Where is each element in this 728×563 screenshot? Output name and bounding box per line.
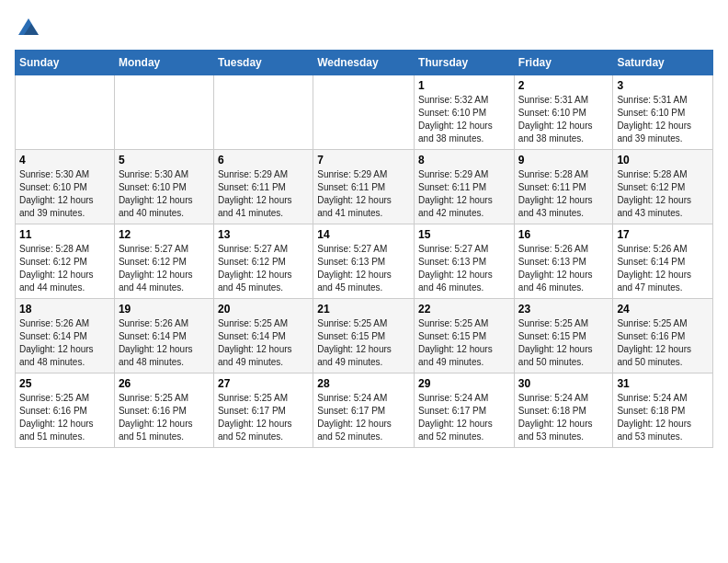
- day-info: Sunrise: 5:27 AMSunset: 6:12 PMDaylight:…: [218, 243, 309, 294]
- calendar-header-row: SundayMondayTuesdayWednesdayThursdayFrid…: [16, 51, 713, 75]
- day-cell: 5Sunrise: 5:30 AMSunset: 6:10 PMDaylight…: [114, 150, 213, 224]
- day-info: Sunrise: 5:29 AMSunset: 6:11 PMDaylight:…: [218, 168, 309, 220]
- day-info: Sunrise: 5:26 AMSunset: 6:14 PMDaylight:…: [617, 243, 709, 294]
- day-info: Sunrise: 5:27 AMSunset: 6:13 PMDaylight:…: [317, 243, 410, 294]
- day-info: Sunrise: 5:28 AMSunset: 6:11 PMDaylight:…: [518, 168, 609, 220]
- day-info: Sunrise: 5:32 AMSunset: 6:10 PMDaylight:…: [418, 94, 510, 145]
- day-info: Sunrise: 5:24 AMSunset: 6:18 PMDaylight:…: [518, 392, 609, 443]
- day-number: 28: [317, 377, 410, 390]
- week-row-3: 11Sunrise: 5:28 AMSunset: 6:12 PMDayligh…: [16, 224, 713, 299]
- day-cell: 6Sunrise: 5:29 AMSunset: 6:11 PMDaylight…: [213, 150, 313, 224]
- day-cell: 1Sunrise: 5:32 AMSunset: 6:10 PMDaylight…: [415, 75, 515, 150]
- header-saturday: Saturday: [613, 51, 713, 75]
- day-cell: 26Sunrise: 5:25 AMSunset: 6:16 PMDayligh…: [114, 373, 213, 448]
- day-info: Sunrise: 5:27 AMSunset: 6:13 PMDaylight:…: [418, 243, 510, 294]
- day-info: Sunrise: 5:24 AMSunset: 6:17 PMDaylight:…: [317, 392, 410, 443]
- day-info: Sunrise: 5:25 AMSunset: 6:14 PMDaylight:…: [218, 317, 309, 369]
- day-number: 7: [317, 154, 410, 167]
- day-info: Sunrise: 5:24 AMSunset: 6:17 PMDaylight:…: [418, 392, 510, 443]
- day-number: 22: [418, 303, 510, 316]
- day-cell: 13Sunrise: 5:27 AMSunset: 6:12 PMDayligh…: [213, 224, 313, 299]
- header-friday: Friday: [514, 51, 613, 75]
- day-cell: 20Sunrise: 5:25 AMSunset: 6:14 PMDayligh…: [213, 299, 313, 373]
- day-number: 1: [418, 79, 510, 92]
- day-info: Sunrise: 5:30 AMSunset: 6:10 PMDaylight:…: [119, 168, 210, 220]
- day-number: 2: [518, 79, 609, 92]
- day-info: Sunrise: 5:25 AMSunset: 6:15 PMDaylight:…: [518, 317, 609, 369]
- week-row-4: 18Sunrise: 5:26 AMSunset: 6:14 PMDayligh…: [16, 299, 713, 373]
- day-cell: [313, 75, 415, 150]
- day-info: Sunrise: 5:25 AMSunset: 6:16 PMDaylight:…: [119, 392, 210, 443]
- day-number: 27: [218, 377, 309, 390]
- day-cell: 16Sunrise: 5:26 AMSunset: 6:13 PMDayligh…: [514, 224, 613, 299]
- day-cell: 21Sunrise: 5:25 AMSunset: 6:15 PMDayligh…: [313, 299, 415, 373]
- day-cell: 11Sunrise: 5:28 AMSunset: 6:12 PMDayligh…: [16, 224, 115, 299]
- day-number: 16: [518, 228, 609, 241]
- day-number: 11: [19, 228, 110, 241]
- day-info: Sunrise: 5:26 AMSunset: 6:14 PMDaylight:…: [119, 317, 210, 369]
- day-cell: 7Sunrise: 5:29 AMSunset: 6:11 PMDaylight…: [313, 150, 415, 224]
- day-info: Sunrise: 5:25 AMSunset: 6:16 PMDaylight:…: [19, 392, 110, 443]
- week-row-2: 4Sunrise: 5:30 AMSunset: 6:10 PMDaylight…: [16, 150, 713, 224]
- header-monday: Monday: [114, 51, 213, 75]
- day-cell: [114, 75, 213, 150]
- week-row-1: 1Sunrise: 5:32 AMSunset: 6:10 PMDaylight…: [16, 75, 713, 150]
- day-number: 31: [617, 377, 709, 390]
- day-info: Sunrise: 5:29 AMSunset: 6:11 PMDaylight:…: [418, 168, 510, 220]
- day-number: 8: [418, 154, 510, 167]
- day-number: 15: [418, 228, 510, 241]
- logo: [15, 15, 46, 42]
- day-number: 12: [119, 228, 210, 241]
- day-number: 20: [218, 303, 309, 316]
- day-info: Sunrise: 5:28 AMSunset: 6:12 PMDaylight:…: [617, 168, 709, 220]
- day-info: Sunrise: 5:28 AMSunset: 6:12 PMDaylight:…: [19, 243, 110, 294]
- day-cell: 31Sunrise: 5:24 AMSunset: 6:18 PMDayligh…: [613, 373, 713, 448]
- day-info: Sunrise: 5:25 AMSunset: 6:17 PMDaylight:…: [218, 392, 309, 443]
- day-number: 29: [418, 377, 510, 390]
- week-row-5: 25Sunrise: 5:25 AMSunset: 6:16 PMDayligh…: [16, 373, 713, 448]
- day-number: 18: [19, 303, 110, 316]
- day-cell: 2Sunrise: 5:31 AMSunset: 6:10 PMDaylight…: [514, 75, 613, 150]
- day-cell: 9Sunrise: 5:28 AMSunset: 6:11 PMDaylight…: [514, 150, 613, 224]
- day-cell: 30Sunrise: 5:24 AMSunset: 6:18 PMDayligh…: [514, 373, 613, 448]
- day-number: 14: [317, 228, 410, 241]
- day-info: Sunrise: 5:25 AMSunset: 6:15 PMDaylight:…: [418, 317, 510, 369]
- day-number: 6: [218, 154, 309, 167]
- day-number: 9: [518, 154, 609, 167]
- day-info: Sunrise: 5:31 AMSunset: 6:10 PMDaylight:…: [617, 94, 709, 145]
- day-cell: 23Sunrise: 5:25 AMSunset: 6:15 PMDayligh…: [514, 299, 613, 373]
- header-wednesday: Wednesday: [313, 51, 415, 75]
- day-cell: 14Sunrise: 5:27 AMSunset: 6:13 PMDayligh…: [313, 224, 415, 299]
- day-number: 19: [119, 303, 210, 316]
- day-cell: 18Sunrise: 5:26 AMSunset: 6:14 PMDayligh…: [16, 299, 115, 373]
- day-cell: [16, 75, 115, 150]
- header-thursday: Thursday: [415, 51, 515, 75]
- day-cell: 29Sunrise: 5:24 AMSunset: 6:17 PMDayligh…: [415, 373, 515, 448]
- day-number: 10: [617, 154, 709, 167]
- day-cell: 24Sunrise: 5:25 AMSunset: 6:16 PMDayligh…: [613, 299, 713, 373]
- day-info: Sunrise: 5:29 AMSunset: 6:11 PMDaylight:…: [317, 168, 410, 220]
- day-cell: 22Sunrise: 5:25 AMSunset: 6:15 PMDayligh…: [415, 299, 515, 373]
- day-info: Sunrise: 5:24 AMSunset: 6:18 PMDaylight:…: [617, 392, 709, 443]
- day-number: 26: [119, 377, 210, 390]
- logo-icon: [15, 15, 42, 42]
- day-info: Sunrise: 5:26 AMSunset: 6:13 PMDaylight:…: [518, 243, 609, 294]
- day-info: Sunrise: 5:25 AMSunset: 6:15 PMDaylight:…: [317, 317, 410, 369]
- day-info: Sunrise: 5:26 AMSunset: 6:14 PMDaylight:…: [19, 317, 110, 369]
- day-number: 24: [617, 303, 709, 316]
- day-cell: 4Sunrise: 5:30 AMSunset: 6:10 PMDaylight…: [16, 150, 115, 224]
- day-cell: 3Sunrise: 5:31 AMSunset: 6:10 PMDaylight…: [613, 75, 713, 150]
- day-number: 5: [119, 154, 210, 167]
- day-cell: 25Sunrise: 5:25 AMSunset: 6:16 PMDayligh…: [16, 373, 115, 448]
- day-number: 21: [317, 303, 410, 316]
- day-number: 17: [617, 228, 709, 241]
- day-number: 30: [518, 377, 609, 390]
- page-header: [15, 15, 713, 42]
- day-number: 4: [19, 154, 110, 167]
- day-number: 23: [518, 303, 609, 316]
- day-cell: 10Sunrise: 5:28 AMSunset: 6:12 PMDayligh…: [613, 150, 713, 224]
- day-info: Sunrise: 5:27 AMSunset: 6:12 PMDaylight:…: [119, 243, 210, 294]
- day-cell: 19Sunrise: 5:26 AMSunset: 6:14 PMDayligh…: [114, 299, 213, 373]
- day-info: Sunrise: 5:25 AMSunset: 6:16 PMDaylight:…: [617, 317, 709, 369]
- day-cell: 28Sunrise: 5:24 AMSunset: 6:17 PMDayligh…: [313, 373, 415, 448]
